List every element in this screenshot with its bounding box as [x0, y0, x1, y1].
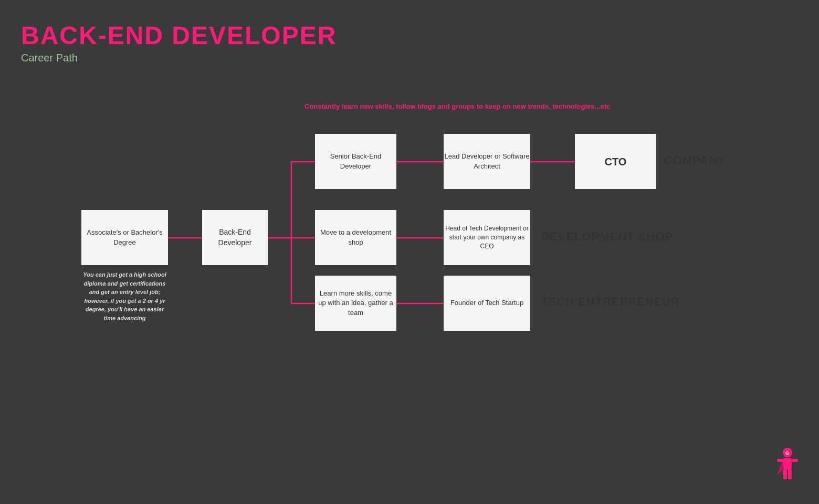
svg-rect-15 [792, 459, 798, 462]
svg-rect-12 [783, 458, 792, 469]
head-box: Head of Tech Development or start your o… [444, 210, 530, 265]
header: BACK-END DEVELOPER Career Path [21, 21, 337, 64]
founder-box: Founder of Tech Startup [444, 276, 530, 331]
cto-box: CTO [575, 134, 656, 189]
startup-box: Learn more skills, come up with an idea,… [315, 276, 396, 331]
superhero-icon: G [772, 446, 803, 488]
devshop-box: Move to a development shop [315, 210, 396, 265]
svg-rect-14 [777, 459, 783, 462]
lead-box: Lead Developer or Software Architect [444, 134, 530, 189]
tip-text: Constantly learn new skills, follow blog… [304, 102, 610, 110]
svg-rect-16 [783, 469, 787, 479]
svg-rect-17 [788, 469, 792, 479]
senior-box: Senior Back-End Developer [315, 134, 396, 189]
backend-box: Back-End Developer [202, 210, 268, 265]
degree-note: You can just get a high school diploma a… [81, 270, 168, 322]
entrepreneur-label: TECH ENTREPRENEUR [541, 295, 680, 309]
page-subtitle: Career Path [21, 52, 337, 64]
svg-text:G: G [785, 450, 789, 456]
page-title: BACK-END DEVELOPER [21, 21, 337, 50]
degree-box: Associate's or Bachelor's Degree [81, 210, 168, 265]
devshop-label: DEVELOPMENT SHOP [541, 230, 673, 244]
company-label: COMPANY [664, 154, 726, 167]
